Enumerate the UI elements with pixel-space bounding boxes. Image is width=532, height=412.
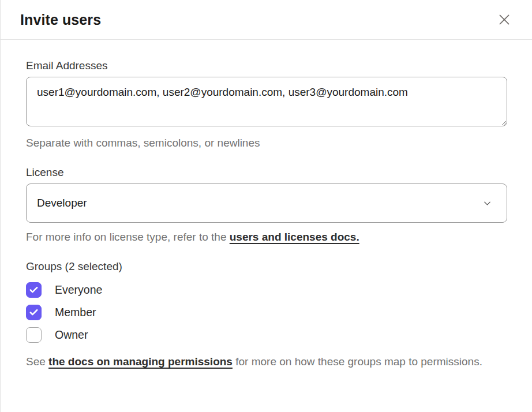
- modal-header: Invite users: [1, 0, 532, 40]
- groups-helper-prefix: See: [26, 355, 48, 368]
- group-option-everyone[interactable]: Everyone: [26, 282, 102, 298]
- license-section: License Developer For more info on licen…: [26, 166, 507, 245]
- email-helper-text: Separate with commas, semicolons, or new…: [26, 134, 507, 151]
- modal-title: Invite users: [20, 12, 101, 28]
- license-selected-value: Developer: [37, 197, 87, 209]
- group-option-label: Everyone: [55, 283, 102, 297]
- close-button[interactable]: [495, 10, 514, 29]
- close-icon: [497, 12, 512, 27]
- groups-label: Groups (2 selected): [26, 260, 507, 273]
- email-addresses-label: Email Addresses: [26, 59, 507, 72]
- email-addresses-input[interactable]: user1@yourdomain.com, user2@yourdomain.c…: [26, 77, 507, 126]
- checkbox-unchecked[interactable]: [26, 327, 42, 343]
- managing-permissions-docs-link[interactable]: the docs on managing permissions: [48, 355, 233, 368]
- license-select[interactable]: Developer: [26, 183, 507, 223]
- checkbox-checked[interactable]: [26, 305, 42, 320]
- checkbox-checked[interactable]: [26, 282, 42, 298]
- chevron-down-icon: [483, 199, 492, 208]
- group-option-member[interactable]: Member: [26, 305, 96, 320]
- license-helper-prefix: For more info on license type, refer to …: [26, 231, 230, 243]
- groups-helper-suffix: for more on how these groups map to perm…: [233, 355, 482, 368]
- group-option-owner[interactable]: Owner: [26, 327, 88, 343]
- checkmark-icon: [29, 285, 39, 295]
- license-helper-text: For more info on license type, refer to …: [26, 229, 507, 245]
- groups-list: EveryoneMemberOwner: [26, 282, 507, 343]
- group-option-label: Owner: [55, 328, 88, 342]
- invite-users-modal: Invite users Email Addresses user1@yourd…: [1, 0, 532, 370]
- email-section: Email Addresses user1@yourdomain.com, us…: [26, 59, 507, 151]
- checkmark-icon: [29, 308, 39, 317]
- groups-section: Groups (2 selected) EveryoneMemberOwner …: [26, 260, 507, 370]
- license-label: License: [26, 166, 507, 179]
- groups-helper-text: See the docs on managing permissions for…: [26, 353, 507, 370]
- group-option-label: Member: [55, 306, 96, 319]
- modal-body: Email Addresses user1@yourdomain.com, us…: [1, 40, 532, 370]
- users-licenses-docs-link[interactable]: users and licenses docs.: [230, 231, 359, 243]
